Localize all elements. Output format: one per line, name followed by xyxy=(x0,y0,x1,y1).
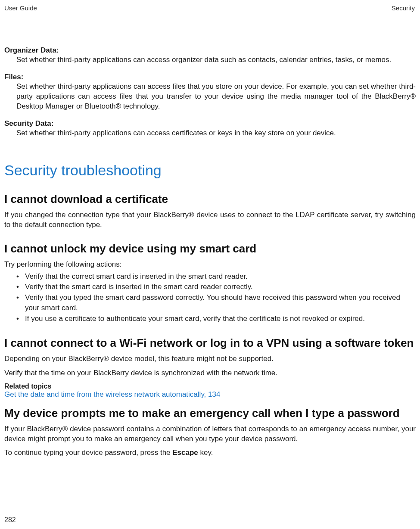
wifi-p1: Depending on your BlackBerry® device mod… xyxy=(4,354,416,364)
list-item: Verify that the correct smart card is in… xyxy=(16,271,416,282)
emergency-p2: To continue typing your device password,… xyxy=(4,448,416,458)
def-organizer-title: Organizer Data: xyxy=(4,46,416,55)
list-item: Verify that the smart card is inserted i… xyxy=(16,282,416,293)
smartcard-intro: Try performing the following actions: xyxy=(4,260,416,270)
emergency-p2-suffix: key. xyxy=(198,448,213,457)
smartcard-list: Verify that the correct smart card is in… xyxy=(4,271,416,324)
section-heading: Security troubleshooting xyxy=(4,162,416,179)
def-security-title: Security Data: xyxy=(4,119,416,128)
def-organizer: Organizer Data: Set whether third-party … xyxy=(4,46,416,65)
emergency-heading: My device prompts me to make an emergenc… xyxy=(4,407,416,420)
cert-heading: I cannot download a certificate xyxy=(4,193,416,206)
emergency-p2-prefix: To continue typing your device password,… xyxy=(4,448,172,457)
header-left: User Guide xyxy=(4,4,37,12)
def-files: Files: Set whether third-party applicati… xyxy=(4,73,416,112)
related-topics-label: Related topics xyxy=(4,383,416,390)
def-files-body: Set whether third-party applications can… xyxy=(4,82,416,112)
list-item: If you use a certificate to authenticate… xyxy=(16,314,416,324)
wifi-heading: I cannot connect to a Wi-Fi network or l… xyxy=(4,336,416,350)
page-number: 282 xyxy=(4,516,16,524)
smartcard-heading: I cannot unlock my device using my smart… xyxy=(4,242,416,255)
wifi-p2: Verify that the time on your BlackBerry … xyxy=(4,368,416,378)
page-header: User Guide Security xyxy=(4,4,416,12)
escape-key-label: Escape xyxy=(172,448,198,457)
def-security: Security Data: Set whether third-party a… xyxy=(4,119,416,138)
cert-body: If you changed the connection type that … xyxy=(4,210,416,230)
def-organizer-body: Set whether third-party applications can… xyxy=(4,55,416,65)
emergency-p1: If your BlackBerry® device password cont… xyxy=(4,424,416,444)
header-right: Security xyxy=(392,4,415,12)
related-topics-link[interactable]: Get the date and time from the wireless … xyxy=(4,390,416,399)
def-security-body: Set whether third-party applications can… xyxy=(4,128,416,138)
page-content: Organizer Data: Set whether third-party … xyxy=(4,46,416,458)
def-files-title: Files: xyxy=(4,73,416,81)
list-item: Verify that you typed the smart card pas… xyxy=(16,293,416,314)
